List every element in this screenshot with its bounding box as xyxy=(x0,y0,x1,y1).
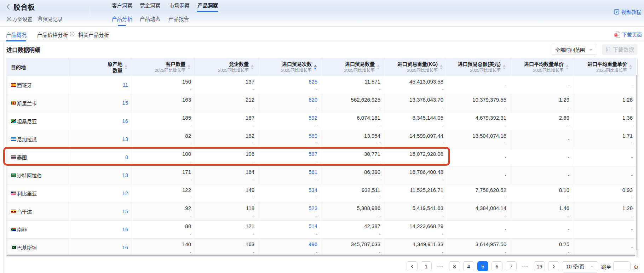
svg-text:PDF: PDF xyxy=(615,34,618,36)
